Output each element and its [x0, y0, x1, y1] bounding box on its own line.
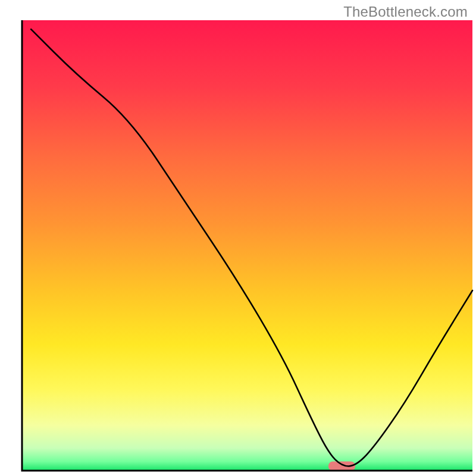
bottleneck-chart — [0, 0, 476, 476]
chart-container: TheBottleneck.com — [0, 0, 476, 476]
watermark-text: TheBottleneck.com — [343, 4, 468, 20]
